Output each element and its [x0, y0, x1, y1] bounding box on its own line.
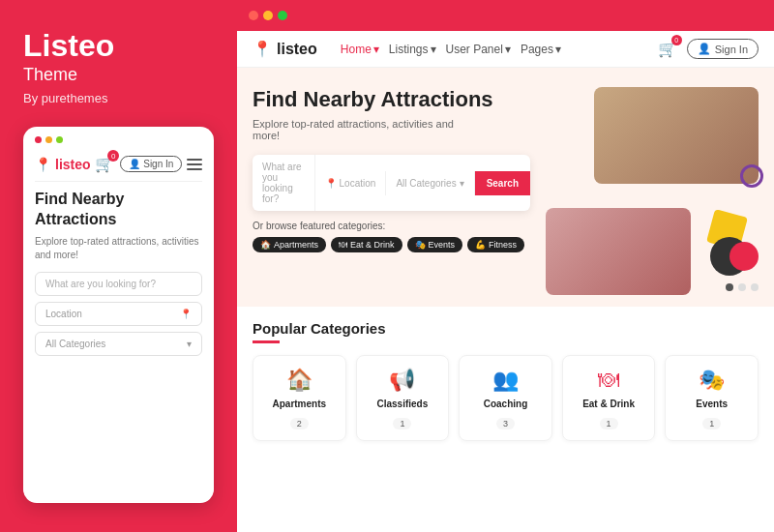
popular-section-title: Popular Categories	[253, 320, 759, 337]
category-card-coaching[interactable]: 👥 Coaching 3	[459, 355, 552, 441]
hero-search-input[interactable]: What are you looking for?	[253, 155, 315, 211]
eat-drink-category-count: 1	[600, 418, 618, 429]
desktop-logo-text: listeo	[277, 41, 317, 58]
brand-subtitle: Theme	[23, 65, 214, 85]
mobile-search-input[interactable]: What are you looking for?	[35, 272, 202, 296]
section-title-underline	[253, 340, 280, 343]
nav-link-home[interactable]: Home ▾	[341, 43, 379, 56]
hero-image-top	[594, 87, 759, 184]
apartments-icon: 🏠	[260, 240, 271, 250]
classifieds-category-count: 1	[393, 418, 411, 429]
coaching-category-count: 3	[496, 418, 515, 429]
mobile-dot-green	[56, 136, 63, 143]
desktop-cart-badge: 0	[671, 35, 682, 45]
brand-by: By purethemes	[23, 91, 214, 105]
mobile-cart-wrap[interactable]: 🛒 0	[95, 155, 114, 173]
mobile-location-input[interactable]: Location 📍	[35, 302, 202, 326]
browser-dot-close[interactable]	[249, 11, 258, 20]
apartments-category-icon: 🏠	[261, 368, 338, 393]
hero-search-bar: What are you looking for? 📍 Location All…	[253, 155, 530, 211]
hero-location-placeholder: Location	[340, 178, 376, 189]
hero-categories-select[interactable]: All Categories ▾	[386, 171, 474, 195]
hero-location-input[interactable]: 📍 Location	[315, 171, 387, 195]
coaching-category-icon: 👥	[467, 368, 544, 393]
hero-search-placeholder: What are you looking for?	[262, 162, 302, 204]
desktop-signin-label: Sign In	[715, 44, 748, 55]
nav-link-listings[interactable]: Listings ▾	[389, 43, 436, 56]
classifieds-category-name: Classifieds	[365, 399, 441, 409]
hero-categories-label: All Categories	[396, 178, 456, 189]
featured-tag-fitness[interactable]: 💪 Fitness	[467, 237, 524, 252]
featured-tag-apartments[interactable]: 🏠 Apartments	[253, 237, 326, 252]
mobile-mockup: 📍 listeo 🛒 0 👤 Sign In Find Nearby Attra…	[23, 127, 214, 503]
brand-title: Listeo	[23, 29, 214, 63]
left-panel: Listeo Theme By purethemes 📍 listeo 🛒 0 …	[0, 0, 237, 532]
mobile-categories-select[interactable]: All Categories ▾	[35, 332, 202, 356]
desktop-nav-right: 🛒 0 👤 Sign In	[658, 39, 759, 59]
desktop-cart-wrap[interactable]: 🛒 0	[658, 40, 677, 58]
nav-home-chevron-icon: ▾	[373, 43, 379, 56]
hero-left: Find Nearby Attractions Explore top-rate…	[253, 87, 530, 291]
apartments-category-count: 2	[290, 418, 309, 429]
hero-search-button[interactable]: Search	[475, 171, 530, 195]
category-card-events[interactable]: 🎭 Events 1	[665, 355, 759, 441]
nav-pages-chevron-icon: ▾	[555, 43, 561, 56]
nav-link-pages[interactable]: Pages ▾	[521, 43, 561, 56]
classifieds-category-icon: 📢	[365, 368, 441, 393]
hero-section: Find Nearby Attractions Explore top-rate…	[237, 68, 774, 307]
mobile-hero-sub: Explore top-rated attractions, activitie…	[35, 235, 202, 262]
nav-home-label: Home	[341, 43, 372, 56]
slider-dot-3[interactable]	[751, 283, 759, 291]
browser-content: 📍 listeo Home ▾ Listings ▾ User Panel ▾ …	[237, 31, 774, 532]
mobile-logo-text: listeo	[55, 157, 91, 172]
popular-categories-section: Popular Categories 🏠 Apartments 2 📢 Clas…	[237, 307, 774, 532]
hero-purple-circle-decoration	[740, 164, 763, 188]
brand-name: Listeo Theme By purethemes	[23, 29, 214, 105]
mobile-signin-icon: 👤	[129, 159, 140, 169]
desktop-nav: 📍 listeo Home ▾ Listings ▾ User Panel ▾ …	[237, 31, 774, 68]
category-card-apartments[interactable]: 🏠 Apartments 2	[253, 355, 346, 441]
slider-dot-1[interactable]	[726, 283, 733, 291]
mobile-logo: 📍 listeo	[35, 157, 91, 172]
nav-pages-label: Pages	[521, 43, 553, 56]
desktop-signin-icon: 👤	[698, 43, 711, 55]
desktop-signin-button[interactable]: 👤 Sign In	[687, 39, 759, 59]
category-grid: 🏠 Apartments 2 📢 Classifieds 1 👥 Coachin…	[253, 355, 759, 441]
mobile-signin-button[interactable]: 👤 Sign In	[120, 156, 182, 172]
eat-drink-category-icon: 🍽	[571, 368, 647, 393]
nav-userpanel-chevron-icon: ▾	[505, 43, 511, 56]
hero-right: ▷	[546, 87, 759, 291]
mobile-hero-title: Find Nearby Attractions	[35, 190, 202, 230]
mobile-signin-label: Sign In	[143, 159, 173, 169]
eat-drink-icon: 🍽	[339, 240, 347, 250]
hero-categories-chevron-icon: ▾	[460, 178, 464, 189]
events-category-icon: 🎭	[673, 368, 750, 393]
nav-link-user-panel[interactable]: User Panel ▾	[446, 43, 511, 56]
nav-listings-chevron-icon: ▾	[431, 43, 436, 56]
featured-tag-events[interactable]: 🎭 Events	[407, 237, 463, 252]
mobile-logo-pin-icon: 📍	[35, 157, 51, 172]
category-card-classifieds[interactable]: 📢 Classifieds 1	[356, 355, 450, 441]
category-card-eat-drink[interactable]: 🍽 Eat & Drink 1	[562, 355, 656, 441]
events-icon: 🎭	[415, 240, 426, 250]
desktop-nav-links: Home ▾ Listings ▾ User Panel ▾ Pages ▾	[341, 43, 642, 56]
browser-title-bar	[237, 0, 774, 31]
hero-title: Find Nearby Attractions	[253, 87, 530, 112]
slider-dot-2[interactable]	[738, 283, 746, 291]
browser-dot-minimize[interactable]	[263, 11, 273, 20]
hero-location-pin-icon: 📍	[325, 178, 337, 189]
events-category-count: 1	[702, 418, 721, 429]
apartments-category-name: Apartments	[261, 399, 338, 409]
hero-pink-blob-decoration	[729, 242, 759, 271]
desktop-logo: 📍 listeo	[253, 40, 317, 58]
mobile-nav: 📍 listeo 🛒 0 👤 Sign In	[35, 151, 202, 182]
eat-drink-category-name: Eat & Drink	[571, 399, 647, 409]
mobile-chevron-down-icon: ▾	[187, 339, 192, 349]
featured-tag-eat-drink[interactable]: 🍽 Eat & Drink	[331, 237, 402, 252]
mobile-hamburger-icon[interactable]	[187, 159, 202, 170]
desktop-logo-pin-icon: 📍	[253, 40, 272, 58]
mobile-location-pin-icon: 📍	[180, 309, 192, 319]
browser-dot-maximize[interactable]	[278, 11, 287, 20]
featured-tags: 🏠 Apartments 🍽 Eat & Drink 🎭 Events 💪 Fi…	[253, 237, 530, 252]
nav-userpanel-label: User Panel	[446, 43, 503, 56]
